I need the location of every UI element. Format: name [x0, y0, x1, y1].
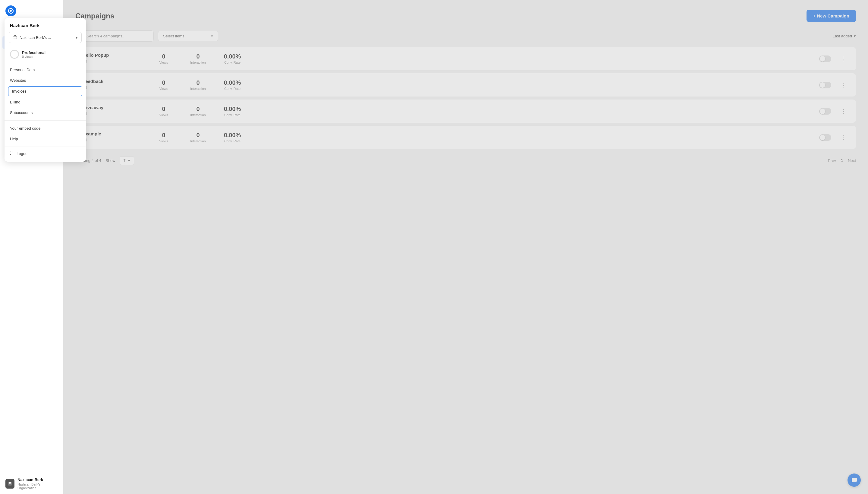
dropdown-subaccounts[interactable]: Subaccounts — [4, 107, 86, 118]
user-dropdown-menu: Nazlıcan Berk Nazlıcan Berk's ... ▾ Prof… — [4, 18, 86, 162]
account-name: Nazlıcan Berk's ... — [20, 35, 51, 40]
user-org: Nazlıcan Berk's Organization — [18, 482, 58, 490]
dropdown-title: Nazlıcan Berk — [4, 23, 86, 32]
sidebar: Getting Started Campaigns 4 Analytics Le… — [0, 0, 63, 494]
dropdown-embed-code[interactable]: Your embed code — [4, 123, 86, 134]
briefcase-icon — [13, 35, 17, 40]
user-avatar — [5, 479, 15, 489]
dropdown-main-items: Personal Data Websites Invoices Billing … — [4, 63, 86, 119]
svg-rect-10 — [13, 36, 17, 39]
dropdown-footer-section: Logout — [4, 147, 86, 159]
dropdown-bottom-items: Your embed code Help — [4, 122, 86, 145]
user-name: Nazlıcan Berk — [18, 477, 58, 482]
chevron-down-icon: ▾ — [76, 35, 78, 40]
user-info: Nazlıcan Berk Nazlıcan Berk's Organizati… — [18, 477, 58, 490]
svg-point-1 — [10, 10, 12, 12]
account-selector[interactable]: Nazlıcan Berk's ... ▾ — [9, 32, 82, 43]
plan-name: Professional — [22, 50, 45, 55]
dropdown-invoices[interactable]: Invoices — [8, 86, 82, 96]
power-icon — [10, 151, 14, 156]
dropdown-help[interactable]: Help — [4, 134, 86, 144]
dropdown-divider-1 — [4, 120, 86, 121]
dropdown-personal-data[interactable]: Personal Data — [4, 64, 86, 75]
dropdown-billing[interactable]: Billing — [4, 97, 86, 107]
plan-progress-circle — [10, 50, 19, 59]
app-logo — [5, 5, 16, 16]
user-footer[interactable]: Nazlıcan Berk Nazlıcan Berk's Organizati… — [0, 473, 63, 494]
plan-info: Professional 0 views — [4, 48, 86, 63]
plan-views: 0 views — [22, 55, 45, 58]
logo-area — [0, 0, 63, 20]
logout-label: Logout — [17, 151, 28, 156]
background-overlay — [0, 0, 868, 494]
logout-button[interactable]: Logout — [4, 148, 86, 159]
dropdown-websites[interactable]: Websites — [4, 75, 86, 86]
